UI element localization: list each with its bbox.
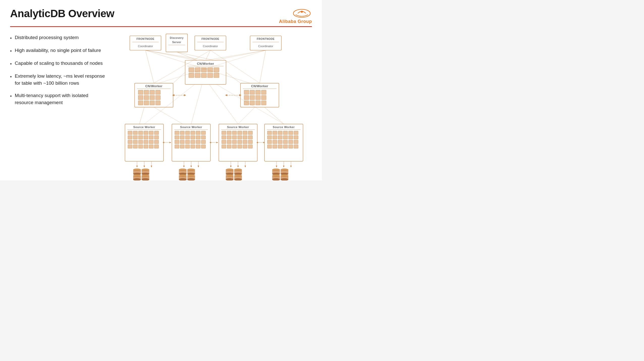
svg-rect-86 — [133, 131, 138, 135]
svg-rect-50 — [250, 90, 255, 95]
svg-rect-192 — [294, 140, 298, 144]
svg-rect-103 — [128, 145, 132, 148]
svg-rect-38 — [138, 96, 143, 100]
svg-rect-164 — [227, 145, 231, 148]
svg-rect-129 — [185, 140, 190, 144]
svg-rect-184 — [283, 136, 288, 139]
alibaba-logo-icon — [292, 8, 312, 19]
svg-rect-188 — [273, 140, 277, 144]
svg-text:CN/Worker: CN/Worker — [251, 84, 268, 88]
svg-text:Coordinator: Coordinator — [258, 45, 273, 48]
svg-rect-132 — [201, 140, 205, 144]
svg-rect-194 — [273, 145, 277, 148]
svg-rect-160 — [237, 140, 242, 144]
svg-line-80 — [173, 72, 185, 83]
svg-text:CN/Worker: CN/Worker — [145, 84, 163, 88]
svg-marker-220 — [283, 166, 285, 168]
svg-rect-89 — [149, 131, 153, 135]
svg-rect-99 — [139, 140, 143, 144]
svg-rect-134 — [180, 145, 184, 148]
svg-rect-30 — [214, 73, 219, 78]
svg-rect-125 — [196, 136, 200, 139]
svg-marker-218 — [276, 166, 277, 168]
svg-rect-124 — [191, 136, 195, 139]
svg-rect-115 — [175, 131, 179, 135]
bullet-text-4: Extremely low latency, ~ms level respons… — [15, 73, 106, 86]
svg-text:FRONTNODE: FRONTNODE — [257, 38, 275, 40]
svg-rect-155 — [243, 136, 247, 139]
svg-rect-179 — [288, 131, 293, 135]
svg-rect-135 — [185, 145, 190, 148]
svg-rect-34 — [138, 90, 143, 95]
svg-rect-27 — [195, 73, 200, 78]
svg-rect-44 — [150, 101, 155, 105]
svg-rect-180 — [294, 131, 298, 135]
svg-rect-41 — [155, 96, 160, 100]
svg-rect-177 — [278, 131, 282, 135]
svg-line-275 — [140, 107, 144, 124]
bullet-marker-3: ▪ — [10, 61, 12, 67]
svg-rect-157 — [222, 140, 226, 144]
svg-rect-119 — [196, 131, 200, 135]
svg-rect-190 — [283, 140, 288, 144]
svg-rect-176 — [273, 131, 277, 135]
svg-rect-175 — [267, 131, 272, 135]
svg-marker-216 — [245, 166, 246, 168]
svg-line-81 — [226, 72, 240, 83]
svg-rect-122 — [180, 136, 184, 139]
svg-line-71 — [177, 52, 197, 60]
svg-rect-158 — [227, 140, 231, 144]
svg-rect-52 — [261, 90, 266, 95]
svg-rect-198 — [294, 145, 298, 148]
svg-rect-168 — [248, 145, 252, 148]
svg-rect-54 — [250, 96, 255, 100]
svg-text:Source Worker: Source Worker — [227, 126, 249, 129]
svg-text:Discovery: Discovery — [170, 37, 183, 39]
svg-rect-133 — [175, 145, 179, 148]
svg-rect-108 — [154, 145, 159, 148]
svg-text:Coordinator: Coordinator — [203, 45, 218, 48]
bullet-text-2: High availability, no single point of fa… — [15, 47, 101, 54]
bullet-item-2: ▪ High availability, no single point of … — [10, 47, 106, 54]
svg-rect-22 — [195, 68, 200, 72]
bullet-item-3: ▪ Capable of scaling to thousands of nod… — [10, 60, 106, 67]
svg-rect-152 — [227, 136, 231, 139]
svg-rect-42 — [138, 101, 143, 105]
svg-rect-88 — [144, 131, 148, 135]
svg-rect-94 — [144, 136, 148, 139]
logo-text: Alibaba Group — [279, 19, 312, 24]
slide: AnalyticDB Overview Alibaba Group ▪ Dist… — [0, 0, 322, 180]
content: ▪ Distributed processing system ▪ High a… — [10, 32, 312, 180]
svg-rect-131 — [196, 140, 200, 144]
svg-rect-145 — [222, 131, 226, 135]
svg-line-77 — [206, 50, 266, 60]
svg-marker-202 — [144, 166, 145, 168]
svg-rect-163 — [222, 145, 226, 148]
svg-rect-25 — [214, 68, 219, 72]
svg-text:Source Worker: Source Worker — [180, 126, 202, 129]
svg-rect-121 — [175, 136, 179, 139]
svg-rect-197 — [288, 145, 293, 148]
svg-marker-210 — [198, 166, 199, 168]
svg-rect-153 — [232, 136, 236, 139]
svg-rect-186 — [294, 136, 298, 139]
svg-rect-104 — [133, 145, 138, 148]
svg-rect-159 — [232, 140, 236, 144]
bullet-marker-5: ▪ — [10, 93, 12, 99]
svg-rect-51 — [256, 90, 260, 95]
svg-text:FRONTNODE: FRONTNODE — [201, 38, 219, 40]
svg-line-281 — [238, 107, 255, 124]
svg-rect-167 — [243, 145, 247, 148]
svg-rect-91 — [128, 136, 132, 139]
svg-rect-55 — [256, 96, 260, 100]
svg-rect-45 — [155, 101, 160, 105]
svg-rect-105 — [139, 145, 143, 148]
svg-line-76 — [214, 50, 266, 60]
svg-rect-128 — [180, 140, 184, 144]
svg-text:Coordinator: Coordinator — [138, 45, 153, 48]
svg-rect-123 — [185, 136, 190, 139]
svg-rect-92 — [133, 136, 138, 139]
svg-text:Server: Server — [172, 41, 181, 44]
svg-rect-28 — [201, 73, 206, 78]
page-title: AnalyticDB Overview — [10, 8, 114, 20]
